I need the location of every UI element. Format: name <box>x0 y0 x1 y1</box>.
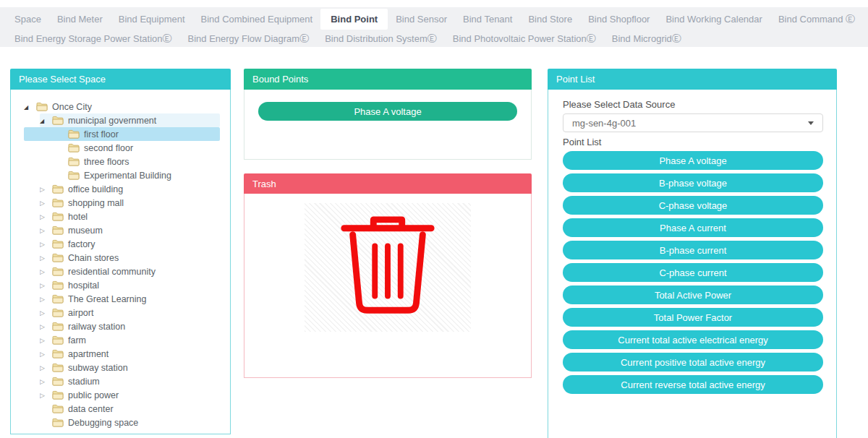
folder-icon <box>52 239 64 249</box>
tree-expander-icon[interactable] <box>40 388 52 402</box>
tree-expander-icon[interactable] <box>40 361 52 374</box>
data-source-select[interactable]: mg-sen-4g-001 <box>563 113 823 132</box>
tree-expander-icon[interactable] <box>40 292 52 306</box>
tree-item[interactable]: Once City <box>24 100 220 113</box>
point-pill[interactable]: B-phase current <box>563 241 823 259</box>
tree-item[interactable]: hotel <box>24 210 220 223</box>
tab[interactable]: Bind Energy Flow DiagramⒺ <box>180 33 318 46</box>
tree-expander-icon[interactable] <box>24 100 36 113</box>
tree-item[interactable]: hospital <box>24 278 220 292</box>
tree-expander-icon[interactable] <box>40 251 52 265</box>
tab[interactable]: Bind Energy Storage Power StationⒺ <box>7 33 180 46</box>
tree-expander-icon[interactable] <box>40 182 52 196</box>
folder-icon <box>68 129 80 139</box>
tab[interactable]: Bind Command Ⓔ <box>770 13 863 26</box>
tree-item[interactable]: municipal government <box>24 113 220 127</box>
folder-icon <box>52 294 64 304</box>
tree-item[interactable]: factory <box>24 237 220 251</box>
tab[interactable]: Bind Shopfloor <box>580 14 658 25</box>
trash-icon <box>339 215 436 320</box>
tree-item[interactable]: stadium <box>24 374 220 388</box>
tree-expander-icon[interactable] <box>40 333 52 347</box>
tree-item[interactable]: Experimental Building <box>24 168 220 182</box>
tab[interactable]: Bind Working Calendar <box>658 14 770 25</box>
tree-expander-icon[interactable] <box>40 210 52 223</box>
tab-label: Bind Command Ⓔ <box>778 14 855 25</box>
tree-item[interactable]: first floor <box>24 127 220 141</box>
folder-icon <box>52 267 64 276</box>
tree-item[interactable]: The Great Learning <box>24 292 220 306</box>
tree-item[interactable]: public power <box>24 388 220 402</box>
point-pill[interactable]: Current total active electrical energy <box>563 330 823 349</box>
tree-item[interactable]: museum <box>24 223 220 237</box>
tree-expander-icon[interactable] <box>40 113 52 127</box>
tree-item-label: railway station <box>68 322 125 332</box>
tree-item[interactable]: three floors <box>24 155 220 168</box>
tab[interactable]: Bind Distribution SystemⒺ <box>317 33 445 46</box>
tree-expander-icon[interactable] <box>40 223 52 237</box>
tree-expander-icon[interactable] <box>40 306 52 319</box>
tree-expander-icon[interactable] <box>40 265 52 278</box>
tab[interactable]: Bind Point <box>320 9 388 30</box>
tab[interactable]: Bind Tenant <box>455 14 520 25</box>
tab[interactable]: Bind Sensor <box>388 14 455 25</box>
tab-label: Bind Photovoltaic Power StationⒺ <box>453 33 596 44</box>
point-pill[interactable]: B-phase voltage <box>563 173 823 192</box>
tree-item-label: farm <box>68 335 86 345</box>
point-pill[interactable]: Phase A voltage <box>563 151 823 170</box>
trash-drop-area[interactable] <box>244 194 532 378</box>
tab[interactable]: Bind Combined Equipment <box>193 14 321 25</box>
folder-icon <box>68 171 80 180</box>
point-pill[interactable]: Current reverse total active energy <box>563 375 823 394</box>
tab[interactable]: Bind Meter <box>49 14 111 25</box>
tree-item[interactable]: airport <box>24 306 220 319</box>
tree-item-label: museum <box>68 226 103 236</box>
point-pill[interactable]: Total Power Factor <box>563 308 823 327</box>
tab-label: Bind Distribution SystemⒺ <box>325 33 437 44</box>
folder-icon <box>52 184 64 194</box>
point-pill[interactable]: Phase A current <box>563 218 823 237</box>
tree-expander-icon[interactable] <box>40 237 52 251</box>
tree-item-label: Experimental Building <box>84 171 171 181</box>
tree-item-label: second floor <box>84 143 133 153</box>
tree-expander-icon[interactable] <box>40 278 52 292</box>
tree-expander-icon[interactable] <box>40 374 52 388</box>
folder-icon <box>52 418 64 427</box>
tab-label: Bind Sensor <box>396 14 447 25</box>
tab-label: Bind Equipment <box>119 14 185 25</box>
tree-item[interactable]: Debugging space <box>24 416 220 429</box>
tree-item[interactable]: railway station <box>24 319 220 333</box>
tree-item[interactable]: data center <box>24 402 220 416</box>
tab[interactable]: Bind Equipment <box>111 14 193 25</box>
tree-item[interactable]: apartment <box>24 347 220 361</box>
tree-expander-icon[interactable] <box>40 347 52 361</box>
tree-expander-icon[interactable] <box>40 196 52 210</box>
tree-item[interactable]: Chain stores <box>24 251 220 265</box>
tree-item[interactable]: second floor <box>24 141 220 155</box>
space-panel: Please Select Space Once City <box>10 69 231 434</box>
tab[interactable]: Bind Store <box>520 14 580 25</box>
folder-icon <box>68 157 80 166</box>
folder-icon <box>52 198 64 207</box>
folder-icon <box>52 253 64 262</box>
point-pill[interactable]: Total Active Power <box>563 285 823 304</box>
point-pill[interactable]: Current positive total active energy <box>563 353 823 372</box>
tree-item[interactable]: farm <box>24 333 220 347</box>
tab[interactable]: Space <box>7 14 49 25</box>
tree-item-label: apartment <box>68 349 109 359</box>
tree-item[interactable]: office building <box>24 182 220 196</box>
point-pill[interactable]: C-phase voltage <box>563 196 823 215</box>
point-pill[interactable]: C-phase current <box>563 263 823 282</box>
tab[interactable]: Bind Photovoltaic Power StationⒺ <box>445 33 604 46</box>
folder-icon <box>52 322 64 331</box>
tree-item[interactable]: subway station <box>24 361 220 374</box>
tab[interactable]: Bind MicrogridⒺ <box>604 33 689 46</box>
bound-point-pill[interactable]: Phase A voltage <box>258 102 517 121</box>
tree-item-label: public power <box>68 390 119 400</box>
tree-item[interactable]: residential community <box>24 265 220 278</box>
tree-expander-icon[interactable] <box>40 319 52 333</box>
tab-label: Space <box>14 14 41 25</box>
tree-item-label: subway station <box>68 363 128 373</box>
tree-item[interactable]: shopping mall <box>24 196 220 210</box>
data-source-value: mg-sen-4g-001 <box>572 118 636 129</box>
